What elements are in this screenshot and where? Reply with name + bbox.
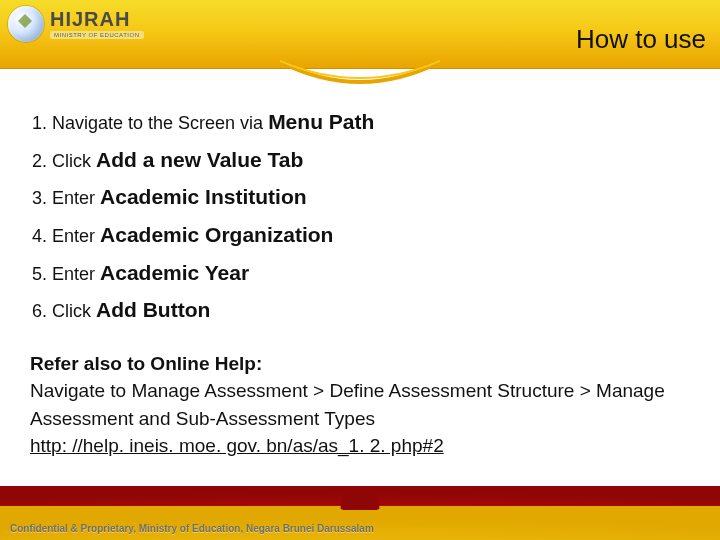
brand-text: HIJRAH MINISTRY OF EDUCATION xyxy=(50,9,144,39)
help-url: http: //help. ineis. moe. gov. bn/as/as_… xyxy=(30,432,690,460)
step-emphasis: Academic Organization xyxy=(100,223,333,246)
steps-list: Navigate to the Screen via Menu Path Cli… xyxy=(30,105,690,328)
header-band: HIJRAH MINISTRY OF EDUCATION How to use xyxy=(0,0,720,69)
footer-notch-ornament xyxy=(340,494,380,510)
list-item: Click Add a new Value Tab xyxy=(52,143,690,178)
step-emphasis: Menu Path xyxy=(268,110,374,133)
help-path: Navigate to Manage Assessment > Define A… xyxy=(30,377,690,432)
slide: HIJRAH MINISTRY OF EDUCATION How to use … xyxy=(0,0,720,540)
footer: Confidential & Proprietary, Ministry of … xyxy=(0,488,720,540)
step-prefix: Navigate to the Screen via xyxy=(52,113,268,133)
online-help-block: Refer also to Online Help: Navigate to M… xyxy=(30,350,690,460)
step-emphasis: Academic Year xyxy=(100,261,249,284)
step-prefix: Click xyxy=(52,151,96,171)
help-heading: Refer also to Online Help: xyxy=(30,350,690,378)
header-dip-ornament xyxy=(280,60,440,86)
step-emphasis: Add a new Value Tab xyxy=(96,148,303,171)
content-body: Navigate to the Screen via Menu Path Cli… xyxy=(30,102,690,460)
list-item: Navigate to the Screen via Menu Path xyxy=(52,105,690,140)
list-item: Enter Academic Year xyxy=(52,256,690,291)
page-title: How to use xyxy=(576,24,706,55)
list-item: Enter Academic Institution xyxy=(52,180,690,215)
step-prefix: Enter xyxy=(52,226,100,246)
list-item: Click Add Button xyxy=(52,293,690,328)
list-item: Enter Academic Organization xyxy=(52,218,690,253)
step-emphasis: Add Button xyxy=(96,298,210,321)
brand-logo: HIJRAH MINISTRY OF EDUCATION xyxy=(8,6,144,42)
globe-icon xyxy=(8,6,44,42)
brand-name: HIJRAH xyxy=(50,8,130,30)
step-emphasis: Academic Institution xyxy=(100,185,307,208)
brand-tagline: MINISTRY OF EDUCATION xyxy=(50,31,144,39)
footer-copyright: Confidential & Proprietary, Ministry of … xyxy=(10,523,374,534)
step-prefix: Click xyxy=(52,301,96,321)
step-prefix: Enter xyxy=(52,188,100,208)
step-prefix: Enter xyxy=(52,264,100,284)
